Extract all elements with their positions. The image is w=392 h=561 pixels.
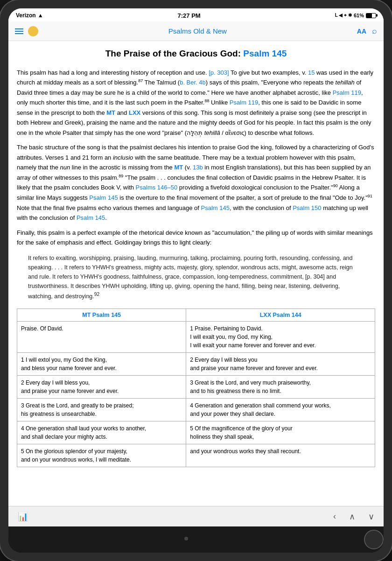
psalm-145-link-1[interactable]: Psalm 145 [89,194,118,201]
psalm-119-link-2[interactable]: Psalm 119 [230,99,258,106]
search-button[interactable]: ⌕ [372,26,377,36]
table-row: 2 Every day I will bless you,and praise … [17,375,375,398]
device-screen: Verizon ▲ 7:27 PM L ◀ ⌖ ✱ 61% [8,8,384,553]
body-paragraph-3: Finally, this psalm is a perfect example… [17,228,375,248]
blockquote: It refers to exalting, worshipping, prai… [28,253,364,301]
table-col1-header: MT Psalm 145 [17,309,186,321]
comparison-table: MT Psalm 145 LXX Psalm 144 Praise. Of Da… [17,309,375,467]
up-nav-button[interactable]: ∧ [349,512,355,522]
back-nav-button[interactable]: ‹ [333,512,336,521]
verse-13b-link[interactable]: 13b [193,164,203,171]
table-row: 3 Great is the Lord, and greatly to be p… [17,398,375,421]
psalms-146-50-link[interactable]: Psalms 146–50 [136,184,178,191]
page-303-link[interactable]: [p. 303] [209,69,229,76]
table-row: 5 On the glorious splendor of your majes… [17,444,375,467]
status-left: Verizon ▲ [16,12,43,19]
toolbar-navigation: ‹ ∧ ∨ [333,512,374,522]
signal-icons: L ◀ ⌖ ✱ [335,13,352,18]
camera-dot [184,537,188,540]
status-time: 7:27 PM [178,12,201,19]
table-cell: 2 Every day I will bless you,and praise … [17,375,186,398]
battery-icon [366,13,376,18]
table-cell: 5 On the glorious splendor of your majes… [17,444,186,467]
mt-link-1[interactable]: MT [106,109,115,116]
table-col2-header: LXX Psalm 144 [186,309,375,321]
chart-icon-button[interactable]: 📊 [18,512,28,522]
table-cell: and your wondrous works they shall recou… [186,444,375,467]
table-row: 4 One generation shall laud your works t… [17,421,375,444]
nav-title: Psalms Old & New [38,27,357,35]
psalm-119-link-1[interactable]: Psalm 119 [333,89,361,96]
body-paragraph-2: The basic structure of the song is that … [17,142,375,223]
nav-left-controls [15,26,38,36]
font-size-button[interactable]: AA [357,28,366,35]
table-cell: 1 I will extol you, my God the King,and … [17,352,186,375]
nav-right-controls: AA ⌕ [357,26,377,36]
main-content: The Praise of the Gracious God: Psalm 14… [8,41,384,506]
page-304-link[interactable]: [p. 304] [305,273,325,280]
talmud-link[interactable]: b. Ber. 4b [180,79,206,86]
bottom-toolbar: 📊 ‹ ∧ ∨ [8,506,384,526]
page-title: The Praise of the Gracious God: Psalm 14… [17,48,375,60]
body-paragraph-1: This psalm has had a long and interestin… [17,68,375,138]
table-cell: 2 Every day I will bless youand praise y… [186,352,375,375]
verse-15-link[interactable]: 15 [308,69,315,76]
table-cell: 5 Of the magnificence of the glory of yo… [186,421,375,444]
table-cell: 3 Great is the Lord, and very much prais… [186,375,375,398]
wifi-icon: ▲ [38,12,43,19]
screen: Verizon ▲ 7:27 PM L ◀ ⌖ ✱ 61% [8,8,384,526]
table-cell: Praise. Of David. [17,321,186,352]
psalm-145-link-3[interactable]: Psalm 145 [77,214,105,221]
home-button-area [8,526,384,553]
home-button[interactable] [364,530,384,549]
psalm-150-link[interactable]: Psalm 150 [293,204,321,211]
table-cell: 4 Generation and generation shall commen… [186,398,375,421]
table-row: Praise. Of David. 1 Praise. Pertaining t… [17,321,375,352]
hamburger-menu-button[interactable] [15,28,23,34]
down-nav-button[interactable]: ∨ [368,512,374,522]
table-row: 1 I will extol you, my God the King,and … [17,352,375,375]
battery-percent: 61% [354,13,364,18]
status-bar: Verizon ▲ 7:27 PM L ◀ ⌖ ✱ 61% [8,8,384,21]
table-cell: 1 Praise. Pertaining to David.I will exa… [186,321,375,352]
nav-bar: Psalms Old & New AA ⌕ [8,21,384,41]
psalm-145-link-2[interactable]: Psalm 145 [201,204,230,211]
lxx-link-1[interactable]: LXX [129,109,140,116]
carrier-text: Verizon [16,12,36,19]
mt-link-2[interactable]: MT [174,164,183,171]
device-frame: Verizon ▲ 7:27 PM L ◀ ⌖ ✱ 61% [0,0,392,561]
theme-button[interactable] [28,26,38,36]
table-cell: 4 One generation shall laud your works t… [17,421,186,444]
status-right: L ◀ ⌖ ✱ 61% [335,13,376,18]
table-cell: 3 Great is the Lord, and greatly to be p… [17,398,186,421]
psalm-145-title-link[interactable]: Psalm 145 [243,49,287,58]
